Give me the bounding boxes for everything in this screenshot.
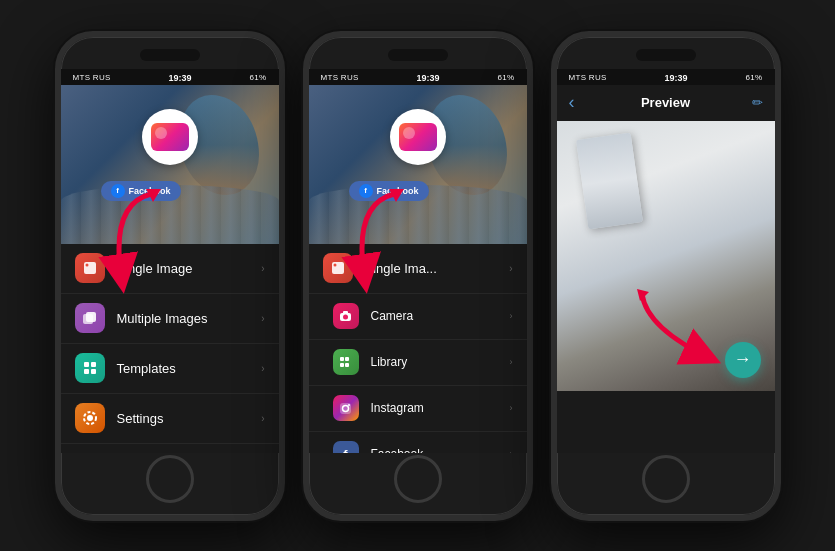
settings-label: Settings — [117, 411, 262, 426]
battery-3: 61% — [746, 73, 763, 82]
templates-chevron: › — [261, 363, 264, 374]
svg-point-3 — [85, 264, 88, 267]
facebook-label: Facebook — [371, 447, 510, 453]
submenu-facebook[interactable]: f Facebook › — [309, 432, 527, 453]
single-image-chevron-2: › — [509, 263, 512, 274]
multiple-images-label: Multiple Images — [117, 311, 262, 326]
time-3: 19:39 — [665, 73, 688, 83]
app-icon-2[interactable] — [390, 109, 446, 165]
phone-3-screen: MTS RUS 19:39 61% ‹ Preview ✏ — [557, 69, 775, 453]
svg-rect-2 — [84, 262, 96, 274]
facebook-submenu-icon: f — [333, 441, 359, 453]
status-bar-2: MTS RUS 19:39 61% — [309, 69, 527, 85]
submenu-library[interactable]: Library › — [309, 340, 527, 386]
menu-settings[interactable]: Settings › — [61, 394, 279, 444]
svg-point-18 — [343, 314, 348, 319]
phone-1-screen: MTS RUS 19:39 61% f Facebook — [61, 69, 279, 453]
submenu-camera[interactable]: Camera › — [309, 294, 527, 340]
svg-rect-7 — [91, 362, 96, 367]
settings-chevron: › — [261, 413, 264, 424]
carrier-1: MTS RUS — [73, 73, 111, 82]
instagram-chevron: › — [510, 403, 513, 413]
submenu-instagram[interactable]: Instagram › — [309, 386, 527, 432]
app-icon-1[interactable] — [142, 109, 198, 165]
library-label: Library — [371, 355, 510, 369]
single-image-icon-2 — [323, 253, 353, 283]
single-image-icon — [75, 253, 105, 283]
library-chevron: › — [510, 357, 513, 367]
back-button[interactable]: ‹ — [569, 92, 575, 113]
fb-badge-2: f Facebook — [349, 181, 429, 201]
app-icon-inner-2 — [399, 123, 437, 151]
status-bar-1: MTS RUS 19:39 61% — [61, 69, 279, 85]
menu-multiple-images[interactable]: Multiple Images › — [61, 294, 279, 344]
facebook-chevron: › — [510, 449, 513, 453]
svg-point-10 — [87, 415, 93, 421]
status-bar-3: MTS RUS 19:39 61% — [557, 69, 775, 85]
time-1: 19:39 — [169, 73, 192, 83]
phone-2: MTS RUS 19:39 61% f Facebook — [303, 31, 533, 521]
svg-rect-5 — [86, 312, 96, 322]
svg-rect-15 — [332, 262, 344, 274]
svg-rect-21 — [345, 357, 349, 361]
menu-list-2: Single Ima... › Camera › Library › — [309, 244, 527, 453]
svg-point-26 — [348, 404, 350, 406]
fb-badge-1: f Facebook — [101, 181, 181, 201]
app-icon-inner-1 — [151, 123, 189, 151]
instagram-label: Instagram — [371, 401, 510, 415]
carrier-3: MTS RUS — [569, 73, 607, 82]
svg-rect-9 — [91, 369, 96, 374]
multiple-images-icon — [75, 303, 105, 333]
templates-label: Templates — [117, 361, 262, 376]
camera-chevron: › — [510, 311, 513, 321]
facebook-icon-2: f — [359, 184, 373, 198]
single-image-label-2: Single Ima... — [365, 261, 510, 276]
carrier-2: MTS RUS — [321, 73, 359, 82]
svg-point-16 — [333, 264, 336, 267]
camera-label: Camera — [371, 309, 510, 323]
camera-icon — [333, 303, 359, 329]
templates-icon — [75, 353, 105, 383]
single-image-chevron: › — [261, 263, 264, 274]
arrow-3 — [637, 289, 727, 383]
menu-templates[interactable]: Templates › — [61, 344, 279, 394]
svg-rect-22 — [340, 363, 344, 367]
phone-1: MTS RUS 19:39 61% f Facebook — [55, 31, 285, 521]
settings-icon — [75, 403, 105, 433]
svg-rect-19 — [343, 311, 348, 314]
svg-rect-8 — [84, 369, 89, 374]
instagram-icon — [333, 395, 359, 421]
battery-1: 61% — [250, 73, 267, 82]
svg-rect-20 — [340, 357, 344, 361]
fab-next-button[interactable]: → — [725, 342, 761, 378]
multiple-images-chevron: › — [261, 313, 264, 324]
edit-button[interactable]: ✏ — [752, 95, 763, 110]
svg-rect-6 — [84, 362, 89, 367]
library-icon — [333, 349, 359, 375]
facebook-icon-1: f — [111, 184, 125, 198]
menu-rate[interactable]: Rate us › — [61, 444, 279, 453]
menu-single-image-2[interactable]: Single Ima... › — [309, 244, 527, 294]
menu-list-1: Single Image › Multiple Images › Templat… — [61, 244, 279, 453]
fb-label-1: Facebook — [129, 186, 171, 196]
phone-2-screen: MTS RUS 19:39 61% f Facebook — [309, 69, 527, 453]
time-2: 19:39 — [417, 73, 440, 83]
svg-rect-23 — [345, 363, 349, 367]
menu-single-image[interactable]: Single Image › — [61, 244, 279, 294]
fb-label-2: Facebook — [377, 186, 419, 196]
phone-3: MTS RUS 19:39 61% ‹ Preview ✏ — [551, 31, 781, 521]
preview-title: Preview — [641, 95, 690, 110]
preview-header: ‹ Preview ✏ — [557, 85, 775, 121]
single-image-label: Single Image — [117, 261, 262, 276]
battery-2: 61% — [498, 73, 515, 82]
